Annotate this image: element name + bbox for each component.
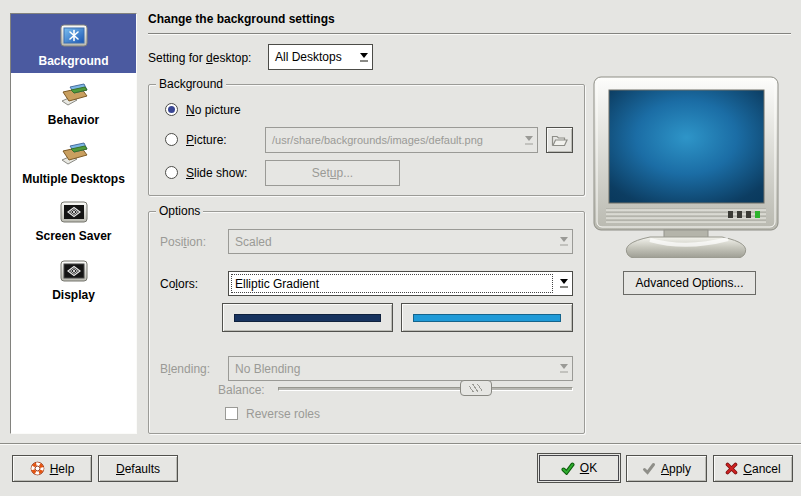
apply-check-icon bbox=[642, 462, 656, 475]
chevron-down-icon bbox=[555, 357, 572, 380]
footer-separator bbox=[0, 443, 801, 445]
cancel-x-icon bbox=[725, 462, 738, 475]
page-title: Change the background settings bbox=[148, 12, 335, 26]
picture-path-combobox: /usr/share/backgrounds/images/default.pn… bbox=[265, 127, 538, 153]
sidebar-item-screen-saver[interactable]: Screen Saver bbox=[11, 191, 136, 250]
balance-slider bbox=[278, 380, 573, 397]
slide-show-radio[interactable] bbox=[165, 166, 178, 179]
background-monitor-icon bbox=[58, 20, 90, 52]
chevron-down-icon bbox=[555, 272, 572, 295]
color1-button[interactable] bbox=[222, 303, 393, 332]
cancel-button[interactable]: Cancel bbox=[713, 455, 793, 482]
sidebar-item-label: Behavior bbox=[48, 113, 99, 127]
balance-slider-handle bbox=[460, 380, 492, 396]
sidebar-item-multiple-desktops[interactable]: Multiple Desktops bbox=[11, 132, 136, 191]
chevron-down-icon bbox=[555, 230, 572, 253]
picture-label: Picture: bbox=[186, 133, 227, 147]
color2-bar bbox=[413, 314, 561, 322]
balance-slider-groove bbox=[278, 387, 573, 391]
color2-button[interactable] bbox=[401, 303, 573, 332]
help-lifebuoy-icon bbox=[30, 461, 45, 476]
colors-label: Colors: bbox=[160, 277, 198, 291]
blending-combobox: No Blending bbox=[228, 356, 573, 381]
reverse-roles-label: Reverse roles bbox=[246, 407, 320, 421]
reverse-roles-checkbox bbox=[225, 407, 238, 420]
no-picture-label: No picture bbox=[186, 103, 241, 117]
folder-icon bbox=[551, 133, 568, 147]
chevron-down-icon bbox=[520, 128, 537, 152]
sidebar-item-label: Multiple Desktops bbox=[22, 172, 125, 186]
color1-bar bbox=[234, 314, 381, 322]
chevron-down-icon bbox=[355, 45, 372, 69]
position-combobox: Scaled bbox=[228, 229, 573, 254]
ok-button[interactable]: OK bbox=[537, 453, 621, 483]
defaults-button[interactable]: Defaults bbox=[98, 455, 178, 482]
sidebar-item-display[interactable]: Display bbox=[11, 250, 136, 309]
desktop-select-label: Setting for desktop: bbox=[148, 51, 251, 65]
sidebar-item-label: Background bbox=[38, 54, 108, 68]
no-picture-radio[interactable] bbox=[165, 103, 178, 116]
advanced-options-button[interactable]: Advanced Options... bbox=[623, 271, 756, 295]
colors-combobox[interactable]: Elliptic Gradient bbox=[228, 271, 573, 296]
balance-label: Balance: bbox=[218, 383, 265, 397]
sidebar-item-behavior[interactable]: Behavior bbox=[11, 73, 136, 132]
help-button[interactable]: Help bbox=[12, 455, 92, 482]
background-preview-monitor bbox=[592, 74, 780, 258]
background-group-title: Background bbox=[156, 77, 226, 91]
slide-show-label: Slide show: bbox=[186, 166, 247, 180]
module-list: Background Behavior Multiple Desktops bbox=[10, 13, 137, 434]
apply-button[interactable]: Apply bbox=[626, 455, 707, 482]
background-settings-window: Background Behavior Multiple Desktops bbox=[0, 0, 801, 496]
dark-monitor-icon bbox=[59, 258, 89, 286]
browse-folder-button bbox=[546, 127, 573, 153]
position-label: Position: bbox=[160, 235, 206, 249]
desktop-select-combobox[interactable]: All Desktops bbox=[268, 44, 373, 70]
ok-check-icon bbox=[561, 462, 575, 475]
sidebar-item-label: Display bbox=[52, 288, 95, 302]
setup-button: Setup... bbox=[265, 160, 400, 186]
blending-label: Blending: bbox=[160, 362, 210, 376]
picture-radio[interactable] bbox=[165, 133, 178, 146]
dark-monitor-icon bbox=[59, 199, 89, 227]
sidebar-item-background[interactable]: Background bbox=[11, 14, 136, 73]
desktop-stack-icon bbox=[57, 79, 91, 111]
sidebar-item-label: Screen Saver bbox=[35, 229, 111, 243]
desktop-stack-icon bbox=[57, 138, 91, 170]
title-separator bbox=[148, 33, 791, 35]
options-group-title: Options bbox=[156, 204, 203, 218]
